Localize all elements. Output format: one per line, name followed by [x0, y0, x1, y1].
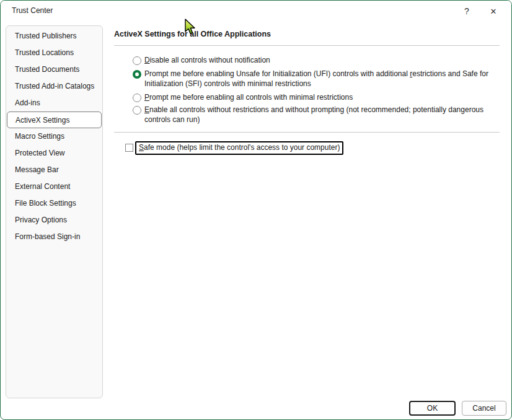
sidebar-item-add-ins[interactable]: Add-ins [6, 95, 102, 112]
sidebar-nav-list: Trusted Publishers Trusted Locations Tru… [6, 28, 102, 245]
close-button[interactable]: ✕ [483, 3, 504, 19]
sidebar-item-message-bar[interactable]: Message Bar [6, 162, 102, 178]
label-accel: D [144, 56, 150, 64]
radio-option-prompt-ufi-sfi[interactable]: Prompt me before enabling Unsafe for Ini… [133, 69, 500, 89]
sidebar-item-activex-settings[interactable]: ActiveX Settings [7, 112, 102, 128]
sidebar-item-file-block-settings[interactable]: File Block Settings [6, 195, 102, 212]
radio-label: Prompt me before enabling Unsafe for Ini… [144, 69, 500, 89]
radio-unselected-icon[interactable] [133, 106, 141, 115]
help-icon: ? [464, 6, 469, 16]
sidebar-item-trusted-publishers[interactable]: Trusted Publishers [6, 28, 102, 45]
separator-bottom [114, 132, 500, 133]
label-accel: S [139, 143, 144, 152]
label-post: isable all controls without notification [150, 56, 270, 64]
radio-unselected-icon[interactable] [133, 56, 141, 65]
ok-button[interactable]: OK [409, 401, 456, 416]
cancel-button[interactable]: Cancel [462, 401, 506, 416]
radio-option-disable-all[interactable]: Disable all controls without notificatio… [133, 56, 500, 66]
close-icon: ✕ [490, 7, 497, 16]
label-accel: P [144, 93, 149, 102]
help-button[interactable]: ? [456, 3, 477, 19]
sidebar-item-protected-view[interactable]: Protected View [6, 145, 102, 162]
radio-label: Prompt me before enabling all controls w… [144, 93, 500, 103]
sidebar-item-external-content[interactable]: External Content [6, 178, 102, 195]
label-post: afe mode (helps limit the control's acce… [144, 143, 340, 152]
sidebar: Trusted Publishers Trusted Locations Tru… [6, 25, 103, 398]
page-title: ActiveX Settings for all Office Applicat… [114, 30, 271, 38]
title-bar: Trust Center ? ✕ [1, 1, 511, 20]
label-post: nable all controls without restrictions … [144, 105, 483, 124]
radio-selected-icon[interactable] [133, 70, 141, 79]
sidebar-item-trusted-addin-catalogs[interactable]: Trusted Add-in Catalogs [6, 78, 102, 95]
radio-label: Disable all controls without notificatio… [144, 56, 500, 66]
radio-option-enable-all[interactable]: Enable all controls without restrictions… [133, 105, 500, 125]
sidebar-item-trusted-documents[interactable]: Trusted Documents [6, 61, 102, 78]
radio-option-prompt-all[interactable]: Prompt me before enabling all controls w… [133, 93, 500, 103]
trust-center-dialog: Trust Center ? ✕ Trusted Publishers Trus… [0, 0, 512, 420]
safe-mode-label[interactable]: Safe mode (helps limit the control's acc… [135, 141, 343, 155]
radio-label: Enable all controls without restrictions… [144, 105, 500, 125]
label-pre: Prompt me before enabling Unsafe for Ini… [144, 69, 410, 78]
safe-mode-checkbox[interactable] [125, 144, 133, 152]
dialog-title: Trust Center [12, 6, 53, 15]
sidebar-item-form-based-sign-in[interactable]: Form-based Sign-in [6, 229, 102, 245]
separator-top [114, 45, 500, 46]
sidebar-item-trusted-locations[interactable]: Trusted Locations [6, 45, 102, 61]
safe-mode-row: Safe mode (helps limit the control's acc… [125, 141, 343, 155]
sidebar-item-macro-settings[interactable]: Macro Settings [6, 128, 102, 145]
sidebar-item-privacy-options[interactable]: Privacy Options [6, 212, 102, 229]
label-post: rompt me before enabling all controls wi… [149, 93, 353, 102]
radio-unselected-icon[interactable] [133, 94, 141, 102]
label-accel: E [144, 105, 149, 114]
